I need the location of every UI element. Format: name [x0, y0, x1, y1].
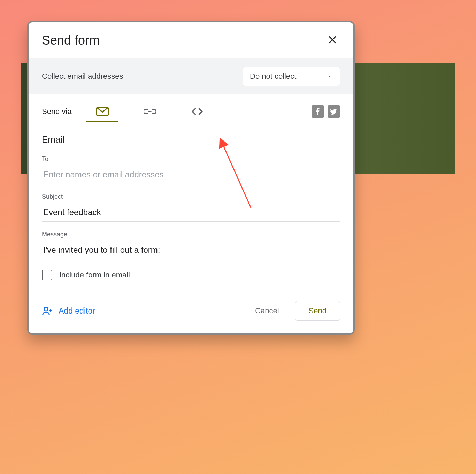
- send-button[interactable]: Send: [295, 301, 340, 321]
- facebook-icon: [314, 108, 322, 115]
- chevron-down-icon: [327, 73, 333, 79]
- email-heading: Email: [42, 134, 340, 145]
- share-twitter-button[interactable]: [328, 105, 340, 118]
- message-field: Message: [42, 231, 340, 259]
- dialog-title: Send form: [42, 33, 100, 48]
- add-editor-button[interactable]: Add editor: [42, 305, 95, 316]
- svg-point-1: [44, 307, 48, 311]
- cancel-button[interactable]: Cancel: [249, 302, 284, 320]
- tab-link[interactable]: [137, 101, 163, 122]
- subject-field: Subject: [42, 193, 340, 222]
- subject-label: Subject: [42, 193, 340, 200]
- dialog-header: Send form: [29, 22, 353, 58]
- collect-email-label: Collect email addresses: [42, 72, 123, 81]
- message-label: Message: [42, 231, 340, 238]
- close-icon: [328, 35, 337, 45]
- include-form-checkbox[interactable]: [42, 270, 52, 280]
- to-input[interactable]: [42, 166, 340, 184]
- include-form-label: Include form in email: [59, 270, 130, 280]
- collect-email-row: Collect email addresses Do not collect: [29, 58, 353, 94]
- embed-icon: [191, 106, 204, 117]
- dialog-footer: Add editor Cancel Send: [29, 294, 353, 333]
- social-share-group: [312, 105, 340, 118]
- send-form-dialog: Send form Collect email addresses Do not…: [27, 21, 355, 335]
- share-facebook-button[interactable]: [312, 105, 324, 118]
- add-person-icon: [42, 305, 53, 316]
- email-panel: Email To Subject Message Include form in…: [29, 122, 353, 294]
- link-icon: [144, 106, 156, 117]
- tab-email[interactable]: [89, 101, 116, 122]
- to-field: To: [42, 155, 340, 184]
- email-icon: [96, 106, 109, 117]
- collect-email-value: Do not collect: [250, 72, 296, 81]
- subject-input[interactable]: [42, 203, 340, 222]
- twitter-icon: [330, 108, 338, 115]
- add-editor-label: Add editor: [59, 306, 95, 316]
- send-via-tabs: Send via: [29, 94, 353, 122]
- to-label: To: [42, 155, 340, 163]
- message-input[interactable]: [42, 241, 340, 259]
- footer-actions: Cancel Send: [249, 301, 340, 321]
- send-via-label: Send via: [42, 107, 72, 116]
- collect-email-dropdown[interactable]: Do not collect: [243, 67, 340, 86]
- tab-embed[interactable]: [184, 101, 210, 122]
- close-button[interactable]: [325, 32, 340, 48]
- include-form-row: Include form in email: [42, 270, 340, 280]
